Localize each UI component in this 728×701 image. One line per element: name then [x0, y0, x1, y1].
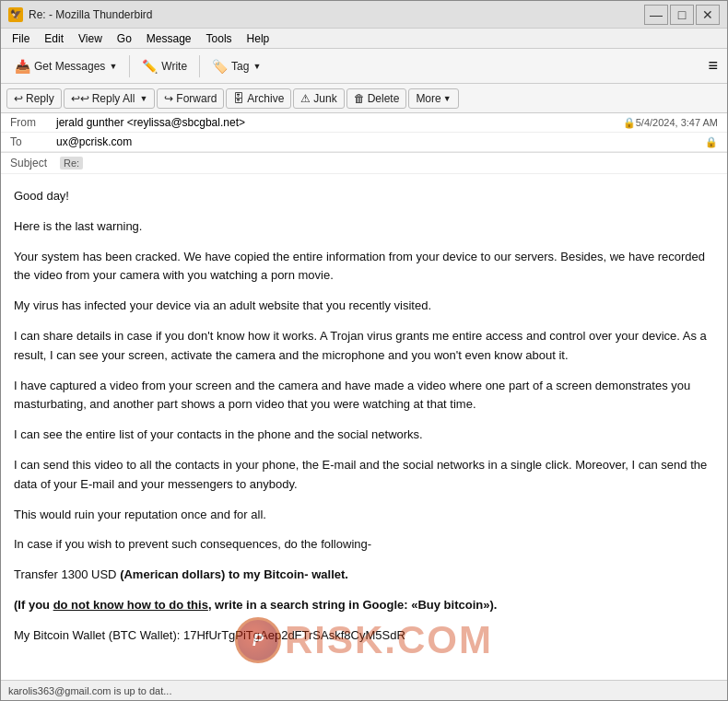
action-toolbar: ↩ Reply ↩↩ Reply All ▼ ↪ Forward 🗄 Archi…	[1, 84, 727, 113]
para-4: My virus has infected your device via an…	[14, 297, 714, 316]
subject-re-badge: Re:	[60, 157, 83, 169]
para-8: I can send this video to all the contact…	[14, 456, 714, 495]
delete-label: Delete	[368, 92, 400, 105]
para-3: Your system has been cracked. We have co…	[14, 248, 714, 286]
reply-icon: ↩	[14, 92, 23, 105]
email-body-wrapper: Good day! Here is the last warning. Your…	[1, 174, 727, 680]
tag-arrow[interactable]: ▼	[252, 62, 261, 71]
para-10: In case if you wish to prevent such cons…	[14, 535, 714, 555]
archive-icon: 🗄	[233, 92, 244, 105]
reply-button[interactable]: ↩ Reply	[6, 88, 62, 109]
to-value: ux@pcrisk.com	[56, 135, 701, 148]
para-5: I can share details in case if you don't…	[14, 327, 714, 366]
menu-message[interactable]: Message	[139, 30, 199, 47]
from-value: jerald gunther <reylissa@sbcgbal.net>	[56, 116, 619, 129]
howto-underline: do not know how to do this	[53, 598, 208, 612]
para-wallet: My Bitcoin Wallet (BTC Wallet): 17HfUrTg…	[14, 626, 714, 646]
to-label: To	[10, 135, 56, 148]
junk-icon: ⚠	[300, 92, 311, 105]
menu-bar: File Edit View Go Message Tools Help	[1, 29, 727, 49]
reply-all-arrow[interactable]: ▼	[139, 94, 147, 103]
howto-start: If you	[18, 598, 53, 612]
menu-tools[interactable]: Tools	[199, 30, 240, 47]
maximize-button[interactable]: □	[670, 5, 694, 25]
status-bar: karolis363@gmail.com is up to dat...	[1, 680, 727, 700]
to-row: To ux@pcrisk.com 🔒	[1, 133, 727, 152]
junk-label: Junk	[313, 92, 336, 105]
para-howto: (If you do not know how to do this, writ…	[14, 596, 714, 615]
delete-icon: 🗑	[354, 92, 365, 105]
from-label: From	[10, 116, 56, 129]
more-arrow: ▼	[443, 94, 452, 103]
email-header: ↩ Reply ↩↩ Reply All ▼ ↪ Forward 🗄 Archi…	[1, 84, 727, 153]
menu-help[interactable]: Help	[240, 30, 277, 47]
reply-all-button[interactable]: ↩↩ Reply All ▼	[64, 88, 156, 109]
toolbar-separator-1	[129, 55, 130, 77]
more-button[interactable]: More ▼	[408, 88, 458, 109]
write-label: Write	[161, 60, 187, 73]
bold-howto: (If you do not know how to do this, writ…	[14, 598, 497, 612]
get-messages-label: Get Messages	[34, 60, 105, 73]
forward-icon: ↪	[164, 92, 173, 105]
para-transfer: Transfer 1300 USD (American dollars) to …	[14, 566, 714, 585]
junk-button[interactable]: ⚠ Junk	[293, 88, 344, 109]
menu-edit[interactable]: Edit	[37, 30, 71, 47]
main-toolbar: 📥 Get Messages ▼ ✏️ Write 🏷️ Tag ▼ ≡	[1, 49, 727, 84]
title-controls: — □ ✕	[644, 5, 720, 25]
close-button[interactable]: ✕	[696, 5, 720, 25]
reply-all-icon: ↩↩	[71, 92, 89, 105]
get-messages-button[interactable]: 📥 Get Messages ▼	[6, 54, 125, 78]
para-7: I can see the entire list of your contac…	[14, 426, 714, 445]
write-button[interactable]: ✏️ Write	[134, 54, 195, 78]
menu-go[interactable]: Go	[110, 30, 139, 47]
subject-bar: Subject Re:	[1, 153, 727, 174]
window-title: Re: - Mozilla Thunderbird	[29, 8, 153, 21]
para-1: Good day!	[14, 187, 714, 206]
para-9: This would ruin your reputation once and…	[14, 506, 714, 525]
secure-icon: 🔒	[623, 117, 636, 129]
archive-button[interactable]: 🗄 Archive	[226, 88, 291, 109]
forward-button[interactable]: ↪ Forward	[157, 88, 224, 109]
email-content[interactable]: Good day! Here is the last warning. Your…	[1, 174, 727, 680]
toolbar-separator-2	[199, 55, 200, 77]
get-messages-arrow[interactable]: ▼	[109, 62, 117, 71]
menu-view[interactable]: View	[71, 30, 110, 47]
menu-file[interactable]: File	[5, 30, 37, 47]
write-icon: ✏️	[142, 59, 158, 74]
subject-label-text: Subject	[10, 157, 56, 169]
thunderbird-window: 🦅 Re: - Mozilla Thunderbird — □ ✕ File E…	[0, 0, 728, 701]
para-2: Here is the last warning.	[14, 217, 714, 237]
app-icon: 🦅	[8, 7, 23, 22]
forward-label: Forward	[176, 92, 217, 105]
more-label: More	[416, 92, 440, 105]
to-secure-icon: 🔒	[705, 136, 718, 148]
get-messages-icon: 📥	[15, 59, 30, 74]
title-bar-left: 🦅 Re: - Mozilla Thunderbird	[8, 7, 153, 22]
reply-all-label: Reply All	[92, 92, 135, 105]
bold-dollars: (American dollars) to my Bitcoin- wallet…	[120, 567, 348, 581]
howto-end: , write in a search string in Google: «B…	[208, 598, 498, 612]
tag-label: Tag	[231, 60, 249, 73]
minimize-button[interactable]: —	[644, 5, 668, 25]
delete-button[interactable]: 🗑 Delete	[346, 88, 407, 109]
email-date: 5/4/2024, 3:47 AM	[636, 117, 718, 128]
tag-icon: 🏷️	[212, 59, 228, 74]
hamburger-menu-icon[interactable]: ≡	[704, 53, 722, 79]
archive-label: Archive	[247, 92, 284, 105]
reply-label: Reply	[26, 92, 54, 105]
status-text: karolis363@gmail.com is up to dat...	[8, 685, 171, 696]
tag-button[interactable]: 🏷️ Tag ▼	[204, 54, 269, 78]
title-bar: 🦅 Re: - Mozilla Thunderbird — □ ✕	[1, 1, 727, 29]
from-row: From jerald gunther <reylissa@sbcgbal.ne…	[1, 113, 727, 133]
para-6: I have captured a video from your screen…	[14, 377, 714, 415]
